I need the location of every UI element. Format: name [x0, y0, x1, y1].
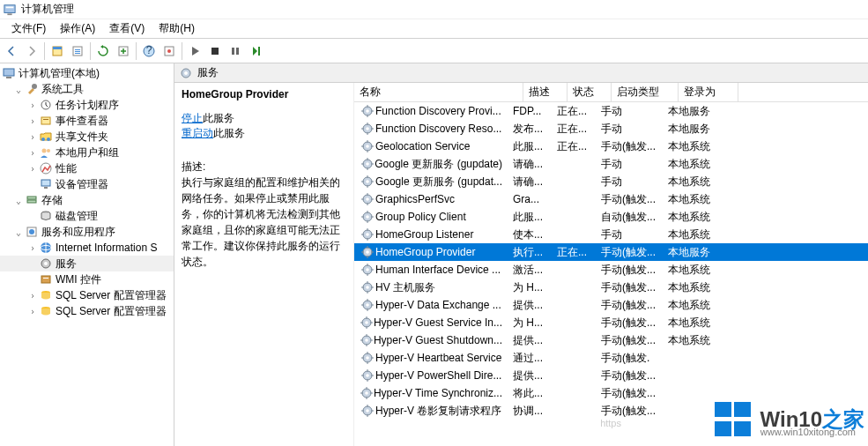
- separator: [44, 42, 45, 60]
- tree-services-apps[interactable]: ⌄服务和应用程序: [0, 224, 174, 240]
- cell-name: Group Policy Client: [354, 211, 508, 223]
- tree-sql-config-2[interactable]: ›SQL Server 配置管理器: [0, 303, 174, 319]
- refresh-button[interactable]: [93, 41, 113, 61]
- service-row[interactable]: Hyper-V Guest Shutdown...提供...手动(触发...本地…: [354, 331, 868, 349]
- tree-label: 共享文件夹: [56, 130, 108, 145]
- svg-point-149: [366, 409, 369, 413]
- cell-desc: 此服...: [508, 139, 552, 154]
- tree-device-manager[interactable]: 设备管理器: [0, 176, 174, 192]
- restart-button[interactable]: [246, 41, 265, 61]
- expand-icon[interactable]: ›: [26, 100, 39, 110]
- tree-storage[interactable]: ⌄存储: [0, 192, 174, 208]
- stop-button[interactable]: [205, 41, 225, 61]
- tree-services[interactable]: 服务: [0, 256, 174, 271]
- expand-icon[interactable]: ›: [26, 132, 39, 142]
- tree-label: 服务和应用程序: [41, 225, 115, 240]
- service-row[interactable]: Hyper-V Data Exchange ...提供...手动(触发...本地…: [354, 296, 868, 314]
- cell-logon: 本地系统: [663, 227, 723, 242]
- tree-performance[interactable]: ›性能: [0, 160, 174, 176]
- cell-name: GraphicsPerfSvc: [354, 193, 508, 205]
- service-row[interactable]: Google 更新服务 (gupdat...请确...手动本地系统: [354, 173, 868, 190]
- tree-event-viewer[interactable]: ›事件查看器: [0, 113, 174, 129]
- cell-status: 正在...: [552, 104, 596, 119]
- expand-icon[interactable]: ›: [26, 148, 39, 158]
- play-button[interactable]: [185, 41, 204, 61]
- tree-disk-mgmt[interactable]: 磁盘管理: [0, 208, 174, 224]
- tree-label: 性能: [56, 161, 77, 176]
- export-list-button[interactable]: [114, 41, 133, 61]
- col-logon[interactable]: 登录为: [679, 83, 738, 101]
- service-list[interactable]: 名称 描述 状态 启动类型 登录为 Function Discovery Pro…: [354, 83, 868, 446]
- tree-task-scheduler[interactable]: ›任务计划程序: [0, 97, 174, 113]
- col-name[interactable]: 名称: [354, 83, 523, 101]
- service-row[interactable]: Function Discovery Reso...发布...正在...手动本地…: [354, 120, 868, 138]
- cell-startup: 手动(触发...: [596, 263, 663, 278]
- cell-desc: 提供...: [508, 368, 552, 383]
- users-icon: [39, 145, 53, 160]
- menu-help[interactable]: 帮助(H): [152, 19, 202, 38]
- export-button[interactable]: [68, 41, 87, 61]
- tree-system-tools[interactable]: ⌄ 系统工具: [0, 81, 174, 97]
- cell-name: HV 主机服务: [354, 280, 508, 295]
- col-status[interactable]: 状态: [568, 83, 612, 101]
- service-row[interactable]: Geolocation Service此服...正在...手动(触发...本地系…: [354, 138, 868, 155]
- service-row[interactable]: Function Discovery Provi...FDP...正在...手动…: [354, 102, 868, 120]
- cell-name: Function Discovery Provi...: [354, 105, 508, 117]
- tree-root[interactable]: 计算机管理(本地): [0, 65, 174, 81]
- nav-tree[interactable]: 计算机管理(本地) ⌄ 系统工具 ›任务计划程序 ›事件查看器 ›共享文件夹 ›…: [0, 63, 174, 446]
- collapse-icon[interactable]: ⌄: [12, 85, 25, 94]
- help-button[interactable]: ?: [139, 41, 159, 61]
- cell-startup: 手动(触发...: [596, 280, 663, 295]
- service-row[interactable]: Hyper-V Heartbeat Service通过...手动(触发.: [354, 349, 868, 367]
- service-row[interactable]: HV 主机服务为 H...手动(触发...本地系统: [354, 279, 868, 296]
- cell-name: Hyper-V 卷影复制请求程序: [354, 404, 508, 419]
- menu-action[interactable]: 操作(A): [53, 19, 102, 38]
- stop-link[interactable]: 停止: [182, 112, 203, 124]
- service-row[interactable]: Hyper-V Guest Service In...为 H...手动(触发..…: [354, 314, 868, 331]
- cell-name: HomeGroup Provider: [354, 246, 508, 258]
- collapse-icon[interactable]: ⌄: [12, 196, 25, 205]
- service-row[interactable]: Hyper-V PowerShell Dire...提供...手动(触发...: [354, 367, 868, 384]
- back-button[interactable]: [2, 41, 21, 61]
- restart-link[interactable]: 重启动: [182, 127, 213, 139]
- col-desc[interactable]: 描述: [523, 83, 568, 101]
- forward-button[interactable]: [22, 41, 41, 61]
- service-row[interactable]: Google 更新服务 (gupdate)请确...手动本地系统: [354, 155, 868, 173]
- service-row[interactable]: Human Interface Device ...激活...手动(触发...本…: [354, 261, 868, 279]
- cell-desc: Gra...: [508, 193, 552, 205]
- tree-sql-config-1[interactable]: ›SQL Server 配置管理器: [0, 287, 174, 303]
- collapse-icon[interactable]: ⌄: [12, 227, 25, 237]
- cell-logon: 本地系统: [663, 210, 723, 225]
- col-startup[interactable]: 启动类型: [612, 83, 679, 101]
- tree-wmi[interactable]: WMI 控件: [0, 271, 174, 287]
- expand-icon[interactable]: ›: [26, 164, 39, 174]
- gear-icon: [360, 264, 375, 276]
- tree-iis[interactable]: ›Internet Information S: [0, 240, 174, 256]
- tree-label: SQL Server 配置管理器: [56, 288, 167, 303]
- properties-button[interactable]: [48, 41, 67, 61]
- windows-logo-icon: [715, 402, 753, 437]
- device-icon: [39, 177, 53, 191]
- service-row[interactable]: HomeGroup Provider执行...正在...手动(触发...本地服务: [354, 243, 868, 261]
- gear-icon: [360, 105, 375, 117]
- svg-point-39: [44, 262, 48, 265]
- svg-rect-2: [7, 13, 11, 15]
- expand-icon[interactable]: ›: [26, 307, 39, 316]
- cell-name: Hyper-V PowerShell Dire...: [354, 369, 508, 382]
- service-row[interactable]: HomeGroup Listener使本...手动本地系统: [354, 226, 868, 243]
- service-row[interactable]: GraphicsPerfSvcGra...手动(触发...本地系统: [354, 190, 868, 208]
- gear-icon: [360, 387, 374, 399]
- expand-icon[interactable]: ›: [26, 291, 39, 301]
- action-button[interactable]: [160, 41, 179, 61]
- expand-icon[interactable]: ›: [26, 116, 39, 126]
- tree-shared-folders[interactable]: ›共享文件夹: [0, 129, 174, 145]
- expand-icon[interactable]: ›: [26, 243, 39, 253]
- service-row[interactable]: Group Policy Client此服...自动(触发...本地系统: [354, 208, 868, 226]
- pause-button[interactable]: [226, 41, 245, 61]
- service-row[interactable]: Hyper-V Time Synchroniz...将此...手动(触发...: [354, 384, 868, 402]
- menu-file[interactable]: 文件(F): [4, 19, 53, 38]
- gear-icon: [180, 67, 192, 79]
- tree-local-users[interactable]: ›本地用户和组: [0, 145, 174, 160]
- menu-view[interactable]: 查看(V): [102, 19, 152, 38]
- cell-desc: 为 H...: [508, 280, 552, 295]
